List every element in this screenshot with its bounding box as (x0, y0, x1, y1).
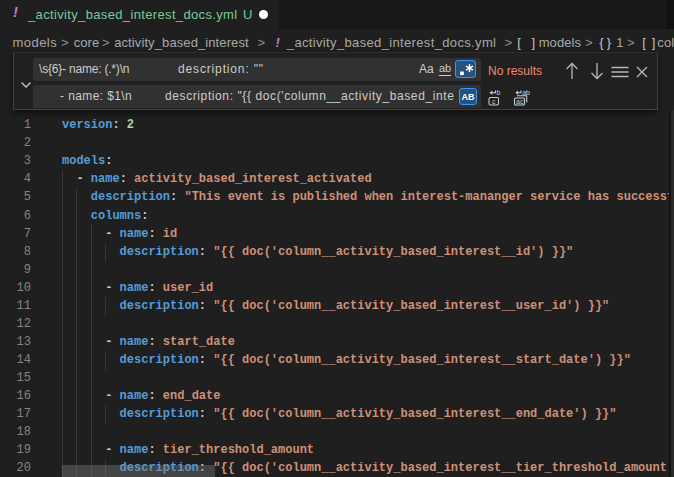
svg-text:ab: ab (522, 89, 530, 96)
svg-text:b: b (497, 89, 501, 96)
svg-text:c: c (492, 98, 496, 105)
svg-text:ac: ac (516, 98, 524, 105)
